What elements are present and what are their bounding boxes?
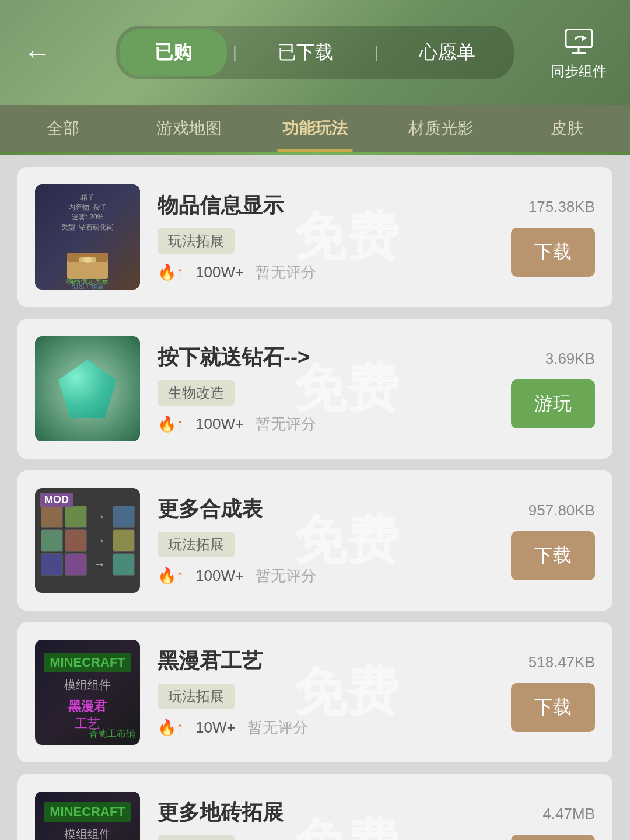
- download-count: 100W+: [195, 263, 244, 281]
- mod-badge: MOD: [40, 493, 74, 507]
- item-title: 更多地砖拓展: [158, 799, 494, 827]
- item-thumbnail: MINECRAFT 模组组件 更多地砖 拓展 香葡工布铺: [35, 792, 140, 840]
- list-item: MINECRAFT 模组组件 更多地砖 拓展 香葡工布铺 更多地砖拓展 原创道具…: [18, 774, 612, 840]
- item-action: 175.38KB 下载: [511, 198, 595, 277]
- file-size: 3.69KB: [545, 350, 595, 368]
- mc-badge: MINECRAFT: [44, 802, 131, 822]
- item-tag: 玩法拓展: [158, 532, 235, 557]
- list-item: MINECRAFT 模组组件 黑漫君 工艺 香葡工布铺 黑漫君工艺 玩法拓展 🔥…: [18, 622, 612, 762]
- item-stats: 🔥↑ 100W+ 暂无评分: [158, 566, 494, 586]
- item-tag: 玩法拓展: [158, 684, 235, 709]
- content-area: 箱子 内容物: 杂子 迷雾: 20% 类型: 钻石硬化岗 物品信息显示 创艺工作…: [0, 155, 630, 840]
- item-thumbnail: [35, 336, 140, 441]
- rating: 暂无评分: [256, 262, 316, 283]
- tab-downloaded[interactable]: 已下载: [243, 29, 369, 76]
- sync-button[interactable]: 同步组件: [551, 25, 607, 81]
- fire-icon: 🔥↑: [158, 415, 184, 433]
- tab-wishlist[interactable]: 心愿单: [384, 29, 510, 76]
- download-button[interactable]: 下载: [511, 531, 595, 580]
- cat-map[interactable]: 游戏地图: [126, 105, 252, 152]
- cat-gameplay[interactable]: 功能玩法: [252, 105, 378, 152]
- item-title: 黑漫君工艺: [158, 647, 494, 675]
- sync-label: 同步组件: [551, 62, 607, 81]
- download-button[interactable]: 下载: [511, 228, 595, 277]
- download-count: 10W+: [195, 719, 236, 737]
- file-size: 957.80KB: [528, 501, 595, 520]
- item-info: 按下就送钻石--> 生物改造 🔥↑ 100W+ 暂无评分: [158, 343, 494, 434]
- item-info: 更多地砖拓展 原创道具 ↓ 1W+ 暂无评分: [158, 799, 494, 840]
- item-thumbnail: 箱子 内容物: 杂子 迷雾: 20% 类型: 钻石硬化岗 物品信息显示 创艺工作…: [35, 184, 140, 290]
- download-button[interactable]: 下载: [511, 683, 595, 732]
- cat-shader[interactable]: 材质光影: [378, 105, 504, 152]
- item-tag: 原创道具: [158, 835, 235, 840]
- diamond-graphic: [58, 360, 117, 418]
- item-action: 3.69KB 游玩: [511, 350, 595, 428]
- cat-skin[interactable]: 皮肤: [504, 105, 630, 152]
- item-action: 518.47KB 下载: [511, 653, 595, 732]
- header: ← 已购 | 已下载 | 心愿单 同步组件: [0, 0, 630, 105]
- item-tag: 玩法拓展: [158, 228, 235, 254]
- item-action: 957.80KB 下载: [511, 501, 595, 580]
- back-button[interactable]: ←: [23, 37, 51, 69]
- download-button[interactable]: 下载: [511, 835, 595, 841]
- item-thumbnail: MOD → → →: [35, 488, 140, 593]
- rating: 暂无评分: [247, 717, 308, 738]
- item-stats: 🔥↑ 10W+ 暂无评分: [158, 717, 494, 738]
- rating: 暂无评分: [256, 566, 316, 586]
- item-thumbnail: MINECRAFT 模组组件 黑漫君 工艺 香葡工布铺: [35, 640, 140, 745]
- item-title: 更多合成表: [158, 495, 494, 524]
- item-title: 按下就送钻石-->: [158, 343, 494, 372]
- list-item: MOD → → → 更多合成表 玩法拓展: [18, 470, 612, 611]
- tab-divider-1: |: [227, 43, 243, 62]
- fire-icon: 🔥↑: [158, 719, 184, 737]
- sync-icon: [561, 25, 596, 57]
- svg-rect-0: [566, 29, 592, 47]
- category-bar: 全部 游戏地图 功能玩法 材质光影 皮肤: [0, 105, 630, 152]
- file-size: 175.38KB: [528, 198, 595, 216]
- download-count: 100W+: [195, 415, 244, 433]
- item-info: 更多合成表 玩法拓展 🔥↑ 100W+ 暂无评分: [158, 495, 494, 586]
- file-size: 4.47MB: [542, 805, 595, 823]
- svg-point-7: [83, 257, 92, 263]
- play-button[interactable]: 游玩: [511, 379, 595, 428]
- logo: 香葡工布铺: [89, 728, 135, 740]
- item-tag: 生物改造: [158, 380, 235, 406]
- fire-icon: 🔥↑: [158, 567, 184, 585]
- item-info: 黑漫君工艺 玩法拓展 🔥↑ 10W+ 暂无评分: [158, 647, 494, 738]
- item-info: 物品信息显示 玩法拓展 🔥↑ 100W+ 暂无评分: [158, 191, 494, 283]
- mc-badge: MINECRAFT: [44, 653, 131, 672]
- main-tab-group: 已购 | 已下载 | 心愿单: [116, 26, 514, 79]
- fire-icon: 🔥↑: [158, 263, 184, 281]
- tab-divider-2: |: [369, 43, 384, 62]
- item-stats: 🔥↑ 100W+ 暂无评分: [158, 262, 494, 283]
- tab-purchased[interactable]: 已购: [120, 29, 227, 76]
- list-item: 按下就送钻石--> 生物改造 🔥↑ 100W+ 暂无评分 免费 3.69KB 游…: [18, 319, 612, 459]
- rating: 暂无评分: [256, 414, 316, 434]
- item-stats: 🔥↑ 100W+ 暂无评分: [158, 414, 494, 434]
- list-item: 箱子 内容物: 杂子 迷雾: 20% 类型: 钻石硬化岗 物品信息显示 创艺工作…: [18, 167, 612, 307]
- cat-all[interactable]: 全部: [0, 105, 126, 152]
- item-action: 4.47MB 下载: [511, 805, 595, 841]
- download-count: 100W+: [195, 567, 244, 585]
- file-size: 518.47KB: [528, 653, 595, 671]
- item-title: 物品信息显示: [158, 191, 494, 220]
